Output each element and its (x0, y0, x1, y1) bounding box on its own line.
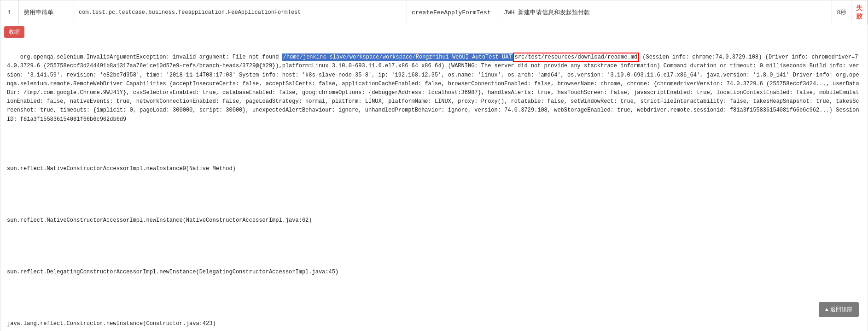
collapse-button[interactable]: 收缩 (4, 26, 24, 38)
test-results-table: 1 费用申请单 com.test.pc.testcase.business.fe… (0, 0, 868, 331)
stack-line-1: sun.reflect.NativeConstructorAccessorImp… (7, 165, 861, 173)
test-time: 8秒 (832, 0, 851, 24)
back-to-top-icon: ▲ (825, 307, 828, 313)
status-badge: 失败 (851, 0, 868, 24)
error-details: org.openqa.selenium.InvalidArgumentExcep… (0, 40, 868, 331)
collapse-button-cell[interactable]: 收缩 (0, 24, 19, 40)
module-name: 费用申请单 (19, 0, 74, 24)
method-name: createFeeApplyFormTest (407, 0, 499, 24)
back-to-top-button[interactable]: ▲ 返回顶部 (819, 302, 859, 317)
table-row: 1 费用申请单 com.test.pc.testcase.business.fe… (0, 0, 868, 40)
stack-line-4: java.lang.reflect.Constructor.newInstanc… (7, 319, 861, 328)
stack-line-2: sun.reflect.NativeConstructorAccessorImp… (7, 216, 861, 225)
test-description: JWH 新建申请信息和发起预付款 (499, 0, 832, 24)
stack-line-3: sun.reflect.DelegatingConstructorAccesso… (7, 268, 861, 277)
back-to-top-label: 返回顶部 (830, 306, 852, 313)
highlight-path2: src/test/resources/download/readme.md (513, 53, 639, 62)
class-path: com.test.pc.testcase.business.feeapplica… (74, 0, 407, 24)
error-suffix: (Session info: chrome:74.0.3729.108) (Dr… (7, 54, 862, 122)
highlight-path1: /home/jenkins-slave/workspace/workspace/… (282, 53, 513, 61)
row-number: 1 (0, 0, 19, 24)
error-prefix: org.openqa.selenium.InvalidArgumentExcep… (20, 54, 282, 60)
